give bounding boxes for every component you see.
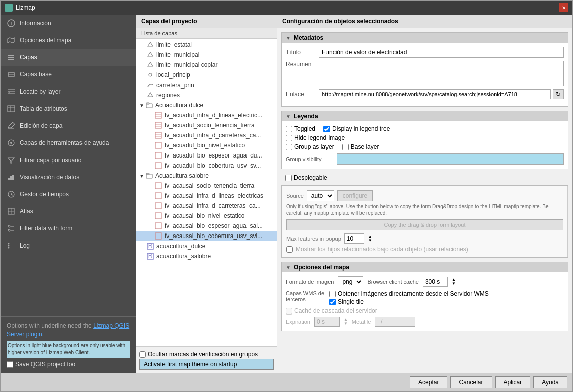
layer-item[interactable]: regiones [136, 90, 277, 100]
browser-cache-input[interactable] [423, 277, 448, 287]
related-label: Mostrar los hijos relacionados bajo cada… [296, 246, 468, 253]
copy-form-layout-button[interactable]: Copy the drag & drop form layout [286, 219, 563, 230]
group-arrow-icon: ▼ [139, 173, 144, 179]
base-layer-text: Base layer [351, 143, 379, 150]
toggled-label[interactable]: Toggled [286, 125, 315, 132]
sidebar-item-atlas[interactable]: Atlas [1, 203, 136, 220]
desplegable-label[interactable]: Desplegable [285, 174, 328, 181]
obtener-checkbox-label[interactable]: Obtener imágenes directamente desde el S… [329, 290, 489, 297]
sidebar-item-edicion-capa[interactable]: Edición de capa [1, 117, 136, 134]
layer-item[interactable]: limite_municipal [136, 50, 277, 60]
desplegable-checkbox[interactable] [285, 175, 292, 181]
sidebar-item-tabla-atributos[interactable]: Tabla de atributos [1, 100, 136, 117]
sidebar-item-informacion[interactable]: i Información [1, 15, 136, 32]
layer-item[interactable]: fv_acuadul_infra_d_carreteras_ca... [136, 130, 277, 140]
layer-item[interactable]: fv_acausal_infra_d_carreteras_ca... [136, 201, 277, 211]
base-layer-label[interactable]: Base layer [342, 143, 379, 150]
sidebar-item-capas-base[interactable]: Capas base [1, 66, 136, 83]
ocultar-marcas-checkbox[interactable] [139, 351, 146, 358]
enlace-input[interactable] [319, 89, 551, 99]
sidebar-item-locate-by-layer[interactable]: Locate by layer [1, 83, 136, 100]
layer-item[interactable]: fv_acuadul_bio_cobertura_usv_sv... [136, 161, 277, 171]
related-checkbox[interactable] [286, 246, 293, 253]
sidebar-item-filter-data[interactable]: Filter data with form [1, 220, 136, 237]
refresh-enlace-button[interactable]: ↻ [553, 89, 564, 99]
source-select[interactable]: auto qgis [307, 190, 334, 201]
layer-name: limite_municipal copiar [156, 61, 217, 68]
layer-item[interactable]: fv_acuadul_infra_d_lineas_electric... [136, 110, 277, 120]
layer-item[interactable]: fv_acausal_bio_espesor_agua_sal... [136, 221, 277, 231]
group-as-layer-label[interactable]: Group as layer [286, 143, 334, 150]
layer-item[interactable]: limite_municipal copiar [136, 60, 277, 70]
ocultar-marcas-label[interactable]: Ocultar marcas de verificación en grupos [139, 350, 274, 359]
cancelar-button[interactable]: Cancelar [450, 376, 492, 388]
configure-button[interactable]: configure [337, 190, 373, 201]
layer-item[interactable]: R acuacultura_salobre [136, 251, 277, 261]
single-tile-checkbox[interactable] [329, 299, 336, 305]
sidebar-item-gestor-tiempos[interactable]: Gestor de tiempos [1, 186, 136, 203]
layer-name: limite_municipal [156, 51, 199, 58]
table-icon [7, 104, 16, 113]
sidebar-item-label: Edición de capa [20, 122, 62, 129]
layer-item[interactable]: fv_acausal_socio_tenencia_tierra [136, 181, 277, 191]
svg-rect-59 [155, 203, 161, 209]
formato-select[interactable]: png jpg [338, 276, 363, 287]
layer-item[interactable]: fv_acausal_infra_d_lineas_electricas [136, 191, 277, 201]
aplicar-button[interactable]: Aplicar [495, 376, 531, 388]
layer-raster-icon [154, 182, 162, 190]
close-button[interactable]: ✕ [559, 3, 568, 12]
sidebar-item-log[interactable]: Log [1, 237, 136, 254]
layer-item[interactable]: fv_acausal_bio_cobertura_usv_svi... [136, 231, 277, 241]
sidebar-item-visualizacion[interactable]: Visualización de datos [1, 169, 136, 186]
base-layer-checkbox[interactable] [342, 144, 349, 150]
expiration-row: Expiration ▲ ▼ Metatile [286, 317, 564, 327]
section-header-leyenda[interactable]: ▼ Leyenda [282, 111, 568, 121]
resumen-textarea[interactable] [319, 61, 564, 86]
chart-icon [7, 173, 16, 182]
save-qgis-checkbox[interactable] [7, 361, 13, 368]
display-legend-checkbox[interactable] [323, 126, 330, 132]
svg-rect-5 [8, 57, 14, 58]
layer-item[interactable]: carretera_prin [136, 80, 277, 90]
section-title-metadatos: Metadatos [294, 34, 323, 41]
layer-group-item[interactable]: ▼ Acuacultura salobre [136, 171, 277, 181]
hide-legend-checkbox[interactable] [286, 135, 292, 141]
single-tile-label[interactable]: Single tile [329, 298, 489, 305]
obtener-checkbox[interactable] [329, 291, 336, 297]
layer-group-item[interactable]: ▼ Acuacultura dulce [136, 100, 277, 110]
group-visibility-input[interactable] [337, 153, 564, 165]
layer-item[interactable]: fv_acuadul_bio_nivel_estatico [136, 140, 277, 150]
max-features-input[interactable] [344, 233, 364, 244]
section-header-opciones-mapa[interactable]: ▼ Opciones del mapa [282, 262, 568, 272]
layer-item[interactable]: limite_estatal [136, 40, 277, 50]
capas-base-icon [7, 70, 16, 79]
display-legend-label[interactable]: Display in legend tree [323, 125, 390, 132]
expiration-input[interactable] [314, 317, 340, 327]
layer-item[interactable]: fv_acuadul_socio_tenencia_tierra [136, 120, 277, 130]
toggled-text: Toggled [294, 125, 315, 132]
activate-first-map-button[interactable]: Activate first map theme on startup [139, 359, 274, 370]
hide-legend-label[interactable]: Hide legend image [286, 134, 564, 141]
ayuda-button[interactable]: Ayuda [533, 376, 567, 388]
titulo-input[interactable] [319, 47, 564, 58]
metatile-input[interactable] [375, 317, 415, 327]
layer-item[interactable]: local_princip [136, 70, 277, 80]
aceptar-button[interactable]: Aceptar [410, 376, 447, 388]
cache-spinner[interactable]: ▲ ▼ [452, 278, 456, 286]
layer-raster2-icon: R [146, 252, 154, 260]
layer-item[interactable]: R acuacultura_dulce [136, 241, 277, 251]
section-header-metadatos[interactable]: ▼ Metadatos [282, 33, 568, 43]
layer-item[interactable]: fv_acausal_bio_nivel_estatico [136, 211, 277, 221]
layer-polygon-icon [146, 91, 154, 99]
sidebar-item-capas[interactable]: Capas [1, 49, 136, 66]
cache-cascada-label[interactable]: Caché de cascada del servidor [286, 307, 564, 315]
layer-item[interactable]: fv_acuadul_bio_espesor_agua_du... [136, 150, 277, 161]
toggled-checkbox[interactable] [286, 126, 292, 132]
sidebar-item-opciones-mapa[interactable]: Opciones del mapa [1, 32, 136, 49]
max-features-spinner-up[interactable]: ▲ ▼ [368, 234, 372, 243]
group-as-layer-checkbox[interactable] [286, 144, 292, 150]
sidebar-item-filtrar-capa[interactable]: Filtrar capa por usuario [1, 151, 136, 169]
section-arrow-metadatos: ▼ [286, 35, 291, 41]
cache-cascada-checkbox[interactable] [286, 308, 292, 315]
sidebar-item-capas-herramientas[interactable]: Capas de herramientas de ayuda [1, 134, 136, 151]
